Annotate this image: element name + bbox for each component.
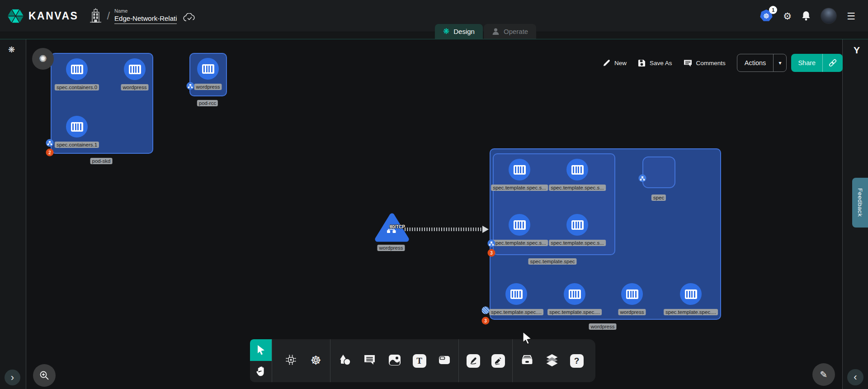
cloud-saved-icon bbox=[183, 13, 196, 24]
design-action-bar: New Save As Comments Actions ▾ Share bbox=[603, 53, 843, 72]
snowflake-icon: ✺ bbox=[39, 53, 47, 64]
node-spec[interactable] bbox=[642, 157, 675, 188]
image-tool-button[interactable] bbox=[382, 339, 407, 382]
badge-relationship[interactable] bbox=[639, 175, 646, 182]
design-name-input[interactable] bbox=[114, 14, 177, 24]
new-button-label: New bbox=[614, 60, 627, 66]
zoom-search-button[interactable] bbox=[33, 364, 56, 387]
container-node[interactable] bbox=[509, 159, 530, 180]
user-avatar[interactable] bbox=[821, 8, 837, 24]
container-node[interactable] bbox=[566, 159, 588, 180]
container-node[interactable] bbox=[566, 214, 588, 236]
toolbar-tools-row: ☸T? bbox=[272, 339, 595, 382]
badge-relationship[interactable] bbox=[482, 307, 490, 314]
share-button[interactable]: Share bbox=[791, 54, 843, 72]
badge-relationship[interactable] bbox=[46, 139, 54, 147]
node-label: spec.template.spec.s... bbox=[491, 240, 548, 246]
container-icon bbox=[685, 289, 697, 299]
components-tool-button[interactable] bbox=[278, 339, 303, 382]
feedback-tab[interactable]: Feedback bbox=[852, 178, 868, 228]
app-header: KANVAS / Name bbox=[0, 0, 868, 32]
text-tool-button[interactable]: T bbox=[407, 339, 432, 382]
tab-strip bbox=[0, 32, 868, 39]
node-label: spec.template.spec.... bbox=[664, 309, 718, 315]
container-icon bbox=[571, 220, 584, 230]
badge-count[interactable]: 3 bbox=[482, 317, 490, 325]
magnifier-plus-icon bbox=[39, 370, 50, 381]
archive-icon bbox=[521, 354, 533, 368]
container-node[interactable] bbox=[124, 58, 146, 80]
settings-gear-icon[interactable]: ⚙ bbox=[783, 11, 792, 21]
container-icon bbox=[571, 165, 584, 175]
comments-button[interactable]: Comments bbox=[684, 59, 726, 67]
notifications-bell-icon[interactable] bbox=[802, 11, 811, 21]
feedback-label: Feedback bbox=[857, 188, 863, 217]
floating-dock-toggle-button[interactable]: ✺ bbox=[32, 48, 54, 70]
shapes-tool-button[interactable] bbox=[332, 339, 357, 382]
actions-dropdown-button[interactable]: Actions ▾ bbox=[737, 54, 787, 72]
operate-tab-label: Operate bbox=[504, 28, 528, 35]
menu-hamburger-icon[interactable]: ☰ bbox=[847, 11, 855, 21]
expand-left-panel-button[interactable]: › bbox=[5, 370, 20, 385]
container-node[interactable] bbox=[66, 116, 88, 138]
signature-pen-button[interactable]: ✎ bbox=[812, 363, 835, 386]
comment-tool-button[interactable] bbox=[357, 339, 382, 382]
container-node[interactable] bbox=[66, 58, 88, 80]
cluster-count-badge: 1 bbox=[769, 6, 777, 14]
badge-relationship[interactable] bbox=[488, 240, 495, 247]
layers-tool-button[interactable] bbox=[539, 339, 564, 382]
cursor-icon bbox=[256, 345, 266, 356]
save-as-button-label: Save As bbox=[650, 60, 672, 66]
kubernetes-tool-button[interactable]: ☸ bbox=[303, 339, 328, 382]
layers-icon bbox=[546, 354, 558, 368]
node-label: spec.template.spec.... bbox=[547, 309, 602, 315]
container-icon bbox=[71, 122, 83, 132]
container-node[interactable] bbox=[505, 283, 527, 305]
container-icon bbox=[514, 220, 526, 230]
organization-icon[interactable] bbox=[90, 8, 101, 24]
badge-count[interactable]: 2 bbox=[46, 149, 54, 157]
save-as-button[interactable]: Save As bbox=[638, 59, 672, 67]
design-name-block: Name bbox=[114, 8, 177, 24]
tab-design[interactable]: ❋ Design bbox=[435, 24, 483, 39]
node-label: spec.containers.1 bbox=[55, 142, 99, 148]
pencil-icon bbox=[491, 354, 505, 368]
meshery-spiral-icon[interactable]: ❋ bbox=[8, 45, 15, 55]
help-icon: ? bbox=[570, 354, 584, 368]
archive-tool-button[interactable] bbox=[514, 339, 539, 382]
container-node[interactable] bbox=[197, 58, 219, 80]
collapse-right-panel-button[interactable]: ‹ bbox=[847, 369, 863, 385]
kanvas-logo-icon bbox=[7, 8, 24, 24]
badge-count[interactable]: 3 bbox=[488, 249, 495, 257]
toolbar-divider bbox=[512, 339, 513, 382]
copy-link-icon[interactable] bbox=[822, 54, 843, 72]
container-icon bbox=[71, 65, 83, 74]
group-label: pod-rcc bbox=[197, 100, 218, 106]
node-label: wordpress bbox=[194, 84, 222, 90]
badge-relationship[interactable] bbox=[187, 82, 194, 90]
container-node[interactable] bbox=[509, 214, 530, 236]
container-icon bbox=[510, 289, 523, 299]
pencil-tool-button[interactable] bbox=[486, 339, 510, 382]
kanvas-logo[interactable]: KANVAS bbox=[7, 8, 78, 24]
actions-button-label: Actions bbox=[737, 54, 774, 71]
pan-tool-button[interactable] bbox=[250, 361, 272, 383]
actions-caret-icon[interactable]: ▾ bbox=[773, 54, 786, 71]
header-right-icons: ☸ 1 ⚙ ☰ bbox=[760, 8, 855, 24]
tab-operate[interactable]: Operate bbox=[484, 24, 536, 39]
select-tool-button[interactable] bbox=[250, 339, 272, 361]
container-node[interactable] bbox=[621, 283, 643, 305]
help-tool-button[interactable]: ? bbox=[564, 339, 589, 382]
shortcut-y-icon[interactable]: Y bbox=[854, 45, 860, 56]
pen-tool-button[interactable] bbox=[461, 339, 486, 382]
kubernetes-cluster-icon[interactable]: ☸ 1 bbox=[760, 9, 773, 23]
note-tool-button[interactable] bbox=[432, 339, 457, 382]
node-label: spec bbox=[651, 194, 666, 201]
components-icon bbox=[285, 354, 297, 368]
container-node[interactable] bbox=[564, 283, 585, 305]
container-node[interactable] bbox=[680, 283, 702, 305]
new-button[interactable]: New bbox=[603, 59, 627, 67]
group-label: spec.template.spec bbox=[528, 258, 576, 265]
pencil-icon bbox=[603, 59, 610, 67]
floppy-disk-icon bbox=[638, 59, 646, 67]
